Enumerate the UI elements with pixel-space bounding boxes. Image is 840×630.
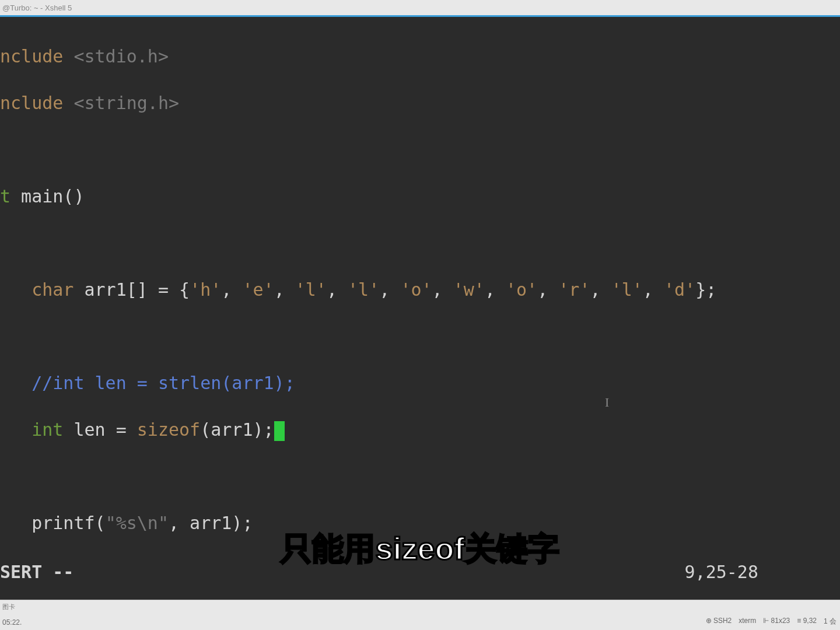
header-stdio: <stdio.h>	[63, 46, 169, 66]
app-statusbar: 图卡 05:22. ⊕ SSH2 xterm ⊩ 81x23 ≡ 9,32 1 …	[0, 600, 840, 630]
status-ssh: ⊕ SSH2	[706, 617, 732, 626]
tab-hint[interactable]: 图卡	[0, 600, 15, 613]
include-keyword: nclude	[0, 93, 63, 113]
header-string: <string.h>	[63, 93, 179, 113]
format-string: "%s\n"	[106, 513, 169, 533]
vim-mode-indicator: SERT --	[0, 562, 74, 582]
text-cursor	[274, 421, 285, 441]
window-title: @Turbo: ~ - Xshell 5	[2, 4, 72, 12]
window-titlebar[interactable]: @Turbo: ~ - Xshell 5	[0, 0, 840, 15]
array-decl: arr1[] =	[74, 279, 179, 300]
status-size: ⊩ 81x23	[763, 617, 790, 626]
status-caret: ≡ 9,32	[797, 617, 817, 626]
video-subtitle: 只能用sizeof关键字	[281, 528, 559, 570]
type-int: int	[0, 419, 63, 440]
terminal-editor[interactable]: nclude <stdio.h> nclude <string.h> t mai…	[0, 15, 840, 600]
status-time: 05:22.	[2, 618, 22, 626]
type-char: char	[0, 279, 74, 300]
main-signature: main()	[10, 186, 84, 206]
comment-line: //int len = strlen(arr1);	[0, 373, 295, 393]
include-keyword: nclude	[0, 46, 63, 66]
status-term: xterm	[738, 617, 756, 626]
type-int: t	[0, 186, 10, 206]
status-session: 1 会	[824, 617, 836, 626]
vim-cursor-position: 9,25-28	[685, 562, 758, 582]
sizeof-keyword: sizeof	[137, 419, 200, 440]
ibeam-cursor-icon: I	[605, 395, 613, 409]
